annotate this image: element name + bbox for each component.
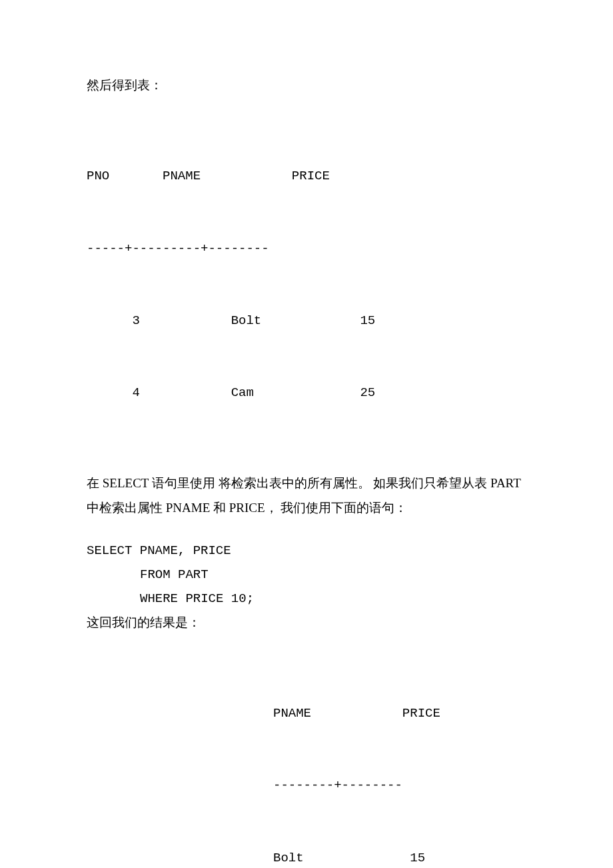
table-header: PNO PNAME PRICE — [87, 164, 526, 188]
paragraph-result-table-intro: 然后得到表： — [87, 73, 526, 97]
paragraph-select-explain: 在 SELECT 语句里使用 将检索出表中的所有属性。 如果我们只希望从表 PA… — [87, 471, 526, 519]
table-row: 4 Cam 25 — [87, 381, 526, 405]
document-page: 然后得到表： PNO PNAME PRICE -----+---------+-… — [0, 0, 613, 868]
table-divider: --------+-------- — [273, 773, 526, 797]
paragraph-result-intro-2: 这回我们的结果是： — [87, 611, 526, 635]
table-divider: -----+---------+-------- — [87, 237, 526, 261]
table-row: 3 Bolt 15 — [87, 309, 526, 333]
code-line: SELECT PNAME, PRICE — [87, 539, 526, 563]
table-header: PNAME PRICE — [273, 701, 526, 725]
result-table-2: PNAME PRICE --------+-------- Bolt 15 Ca… — [87, 653, 526, 868]
table-row: Bolt 15 — [273, 846, 526, 868]
code-line: WHERE PRICE 10; — [87, 587, 526, 611]
code-line: FROM PART — [87, 563, 526, 587]
result-table-1: PNO PNAME PRICE -----+---------+--------… — [87, 116, 526, 453]
code-block-1: SELECT PNAME, PRICE FROM PART WHERE PRIC… — [87, 539, 526, 611]
